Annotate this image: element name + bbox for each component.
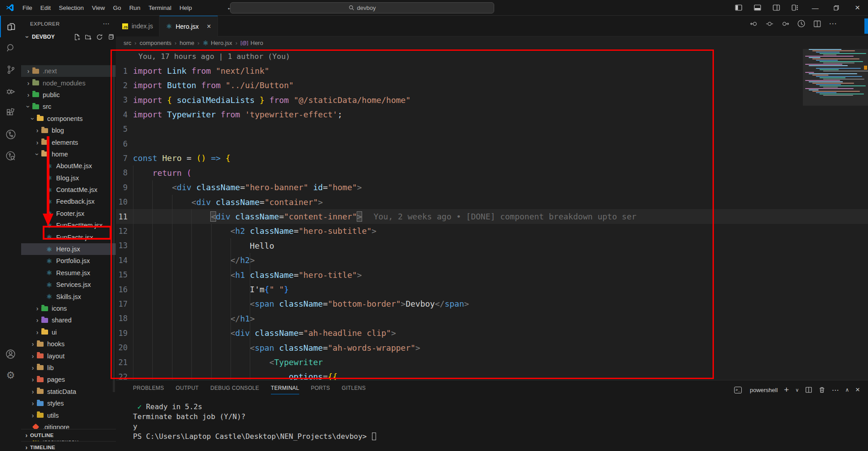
- tree-item-contactme-jsx[interactable]: ⚛ContactMe.jsx: [21, 184, 116, 196]
- tree-item-skills-jsx[interactable]: ⚛Skills.jsx: [21, 290, 116, 302]
- menu-file[interactable]: File: [18, 3, 36, 13]
- new-terminal-icon[interactable]: +: [784, 385, 789, 395]
- tree-item-portfolio-jsx[interactable]: ⚛Portfolio.jsx: [21, 255, 116, 267]
- split-editor-icon[interactable]: [813, 20, 821, 28]
- tree-item-shared[interactable]: ›shared: [21, 314, 116, 326]
- tree-item-footer-jsx[interactable]: ⚛Footer.jsx: [21, 208, 116, 219]
- code-line-19[interactable]: 19 <div className="ah-headline clip">: [116, 326, 868, 340]
- activity-source-control-icon[interactable]: [0, 59, 21, 80]
- tab-index-js[interactable]: JSindex.js: [116, 16, 159, 36]
- breadcrumb-item-hero-jsx[interactable]: ⚛Hero.jsx: [203, 40, 232, 46]
- tree-item-staticdata[interactable]: ›staticData: [21, 386, 116, 397]
- tree-item-home[interactable]: ›home: [21, 148, 116, 160]
- menu-terminal[interactable]: Terminal: [144, 3, 175, 13]
- code-editor[interactable]: You, 17 hours ago | 1 author (You)1impor…: [116, 49, 868, 380]
- timeline-section[interactable]: › TIMELINE: [21, 441, 116, 451]
- code-line-22[interactable]: 22 options={{: [116, 370, 868, 380]
- minimize-button[interactable]: —: [805, 0, 826, 15]
- tree-item-services-jsx[interactable]: ⚛Services.jsx: [21, 279, 116, 290]
- code-line-1[interactable]: 1import Link from "next/link": [116, 63, 868, 78]
- tree-item-ui[interactable]: ›ui: [21, 326, 116, 338]
- code-line-4[interactable]: 4import Typewriter from 'typewriter-effe…: [116, 107, 868, 122]
- editor-scroll-indicator[interactable]: [864, 18, 868, 34]
- code-line-12[interactable]: 12 <h2 className="hero-subtitle">: [116, 224, 868, 238]
- gitlens-change-icon[interactable]: [766, 20, 774, 28]
- tree-item-lib[interactable]: ›lib: [21, 362, 116, 374]
- panel-tab-terminal[interactable]: TERMINAL: [271, 385, 299, 394]
- panel-tab-ports[interactable]: PORTS: [311, 385, 330, 394]
- code-line-14[interactable]: 14 </h2>: [116, 253, 868, 268]
- close-button[interactable]: ×: [847, 0, 868, 15]
- activity-gitlens-inspect-icon[interactable]: [0, 145, 21, 167]
- tree-item-hero-jsx[interactable]: ⚛Hero.jsx: [21, 243, 116, 255]
- code-line-6[interactable]: 6: [116, 136, 868, 151]
- breadcrumb-item-src[interactable]: src: [124, 40, 131, 46]
- more-actions-icon[interactable]: ⋯: [829, 19, 837, 28]
- new-folder-icon[interactable]: [85, 34, 92, 40]
- tree-item-icons[interactable]: ›icons: [21, 303, 116, 314]
- tree-item-elements[interactable]: ›elements: [21, 136, 116, 148]
- menu-go[interactable]: Go: [109, 3, 125, 13]
- restore-button[interactable]: [826, 0, 847, 15]
- menu-selection[interactable]: Selection: [55, 3, 88, 13]
- tree-item-resume-jsx[interactable]: ⚛Resume.jsx: [21, 267, 116, 279]
- tree-item-styles[interactable]: ›styles: [21, 397, 116, 409]
- kill-terminal-trash-icon[interactable]: [819, 386, 825, 393]
- code-line-9[interactable]: 9 <div className="hero-banner" id="home"…: [116, 180, 868, 195]
- breadcrumb-item-components[interactable]: components: [140, 40, 172, 46]
- panel-tab-debug-console[interactable]: DEBUG CONSOLE: [210, 385, 259, 394]
- code-line-13[interactable]: 13 Hello: [116, 238, 868, 253]
- sidebar-scrollbar[interactable]: [113, 65, 115, 392]
- tree-item-utils[interactable]: ›utils: [21, 409, 116, 421]
- accounts-icon[interactable]: [0, 343, 21, 365]
- outline-section[interactable]: › OUTLINE: [21, 429, 116, 441]
- toggle-sidebar-icon[interactable]: [729, 0, 748, 15]
- tree-item-funfactitem-jsx[interactable]: ⚛FunFactItem.jsx: [21, 219, 116, 231]
- panel-tab-gitlens[interactable]: GITLENS: [342, 385, 366, 394]
- tree-item-next[interactable]: ›.next: [21, 65, 116, 77]
- code-line-20[interactable]: 20 <span className="ah-words-wrapper">: [116, 340, 868, 355]
- activity-gitlens-icon[interactable]: [0, 124, 21, 145]
- close-panel-icon[interactable]: ×: [855, 385, 860, 394]
- breadcrumb-item-home[interactable]: home: [180, 40, 195, 46]
- gitlens-prev-change-icon[interactable]: [750, 20, 758, 28]
- maximize-panel-icon[interactable]: ∧: [845, 387, 849, 393]
- code-line-8[interactable]: 8 return (: [116, 165, 868, 180]
- breadcrumb-item-hero[interactable]: [@]Hero: [240, 40, 263, 46]
- refresh-icon[interactable]: [96, 34, 103, 40]
- new-file-icon[interactable]: [74, 34, 80, 40]
- tree-item-node-modules[interactable]: ›node_modules: [21, 77, 116, 89]
- tree-item-hooks[interactable]: ›hooks: [21, 338, 116, 350]
- code-line-2[interactable]: 2import Button from "../ui/Button": [116, 78, 868, 93]
- tree-item-src[interactable]: ›src: [21, 101, 116, 112]
- code-line-10[interactable]: 10 <div className="container">: [116, 195, 868, 209]
- terminal-dropdown-icon[interactable]: ∨: [795, 387, 799, 393]
- customize-layout-icon[interactable]: [786, 0, 805, 15]
- toggle-secondary-sidebar-icon[interactable]: [767, 0, 786, 15]
- tree-item-public[interactable]: ›public: [21, 89, 116, 101]
- tree-item-components[interactable]: ›components: [21, 113, 116, 125]
- code-line-15[interactable]: 15 <h1 className="hero-title">: [116, 268, 868, 282]
- code-line-5[interactable]: 5: [116, 122, 868, 136]
- code-line-11[interactable]: 11 <div className="content-inner">You, 2…: [116, 209, 868, 223]
- command-center-search[interactable]: devboy: [230, 2, 494, 13]
- panel-tab-problems[interactable]: PROBLEMS: [133, 385, 164, 394]
- shell-label[interactable]: powershell: [750, 387, 778, 393]
- split-terminal-icon[interactable]: [805, 386, 812, 393]
- tree-item-layout[interactable]: ›layout: [21, 350, 116, 362]
- codelens-text[interactable]: You, 17 hours ago | 1 author (You): [116, 52, 290, 61]
- project-section-header[interactable]: › DEVBOY: [21, 31, 116, 42]
- tab-hero-jsx[interactable]: ⚛Hero.jsx×: [159, 16, 217, 36]
- code-line-17[interactable]: 17 <span className="bottom-border">Devbo…: [116, 297, 868, 311]
- menu-edit[interactable]: Edit: [36, 3, 55, 13]
- terminal-output[interactable]: ✓ Ready in 5.2sTerminate batch job (Y/N)…: [133, 402, 376, 442]
- menu-run[interactable]: Run: [125, 3, 145, 13]
- code-line-7[interactable]: 7const Hero = () => {: [116, 151, 868, 165]
- close-tab-icon[interactable]: ×: [207, 22, 211, 31]
- activity-search-icon[interactable]: [0, 37, 21, 59]
- tree-item-aboutme-jsx[interactable]: ⚛AboutMe.jsx: [21, 160, 116, 172]
- activity-explorer-icon[interactable]: [0, 16, 21, 37]
- code-line-16[interactable]: 16 I'm{" "}: [116, 282, 868, 296]
- code-line-18[interactable]: 18 </h1>: [116, 311, 868, 326]
- menu-help[interactable]: Help: [175, 3, 196, 13]
